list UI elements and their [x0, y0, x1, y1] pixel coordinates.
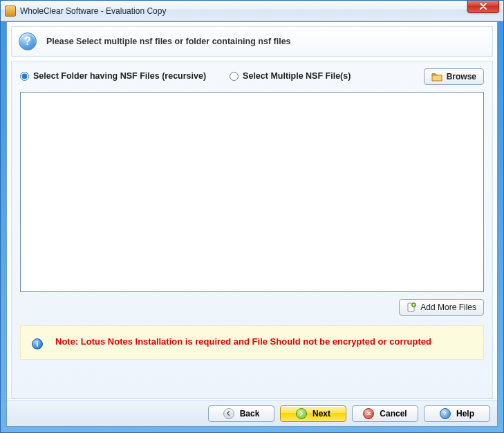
radio-select-files-label: Select Multiple NSF File(s) — [243, 71, 351, 81]
radio-select-folder-label: Select Folder having NSF Files (recursiv… — [33, 71, 206, 81]
main-panel: Select Folder having NSF Files (recursiv… — [11, 61, 493, 398]
file-listbox[interactable] — [20, 92, 484, 292]
radio-select-files-input[interactable] — [230, 72, 239, 81]
close-button[interactable] — [467, 0, 499, 13]
add-more-files-label: Add More Files — [420, 302, 476, 312]
browse-button[interactable]: Browse — [424, 68, 484, 85]
footer-separator — [7, 398, 497, 399]
svg-text:?: ? — [444, 410, 447, 416]
help-button[interactable]: ? Help — [424, 405, 490, 422]
note-panel: i Note: Lotus Notes Installation is requ… — [20, 325, 484, 360]
app-icon — [5, 6, 16, 17]
browse-button-label: Browse — [447, 72, 476, 81]
help-button-label: Help — [456, 409, 474, 418]
back-arrow-icon — [223, 408, 234, 419]
app-window: WholeClear Software - Evaluation Copy ? … — [0, 0, 504, 433]
cancel-button[interactable]: Cancel — [352, 405, 418, 422]
info-icon: i — [32, 338, 43, 349]
header-panel: ? Please Select multiple nsf files or fo… — [11, 26, 493, 57]
cancel-icon — [363, 408, 374, 419]
help-button-icon: ? — [440, 408, 451, 419]
window-title: WholeClear Software - Evaluation Copy — [20, 6, 166, 16]
close-icon — [479, 3, 487, 10]
titlebar[interactable]: WholeClear Software - Evaluation Copy — [1, 1, 503, 21]
instruction-text: Please Select multiple nsf files or fold… — [46, 37, 291, 46]
add-file-icon — [407, 302, 416, 312]
folder-icon — [431, 72, 442, 81]
client-area: ? Please Select multiple nsf files or fo… — [6, 21, 498, 427]
back-button-label: Back — [240, 409, 260, 418]
back-button[interactable]: Back — [208, 405, 274, 422]
note-text: Note: Lotus Notes Installation is requir… — [55, 336, 431, 349]
radio-select-folder[interactable]: Select Folder having NSF Files (recursiv… — [20, 71, 206, 81]
selection-mode-group: Select Folder having NSF Files (recursiv… — [20, 71, 484, 81]
next-button-label: Next — [312, 409, 330, 418]
footer: Back Next Cancel ? Help — [7, 400, 497, 426]
help-icon: ? — [19, 32, 37, 50]
next-button[interactable]: Next — [280, 405, 346, 422]
add-more-files-button[interactable]: Add More Files — [399, 299, 484, 316]
radio-select-files[interactable]: Select Multiple NSF File(s) — [230, 71, 351, 81]
next-arrow-icon — [296, 408, 307, 419]
radio-select-folder-input[interactable] — [20, 72, 29, 81]
cancel-button-label: Cancel — [380, 409, 407, 418]
